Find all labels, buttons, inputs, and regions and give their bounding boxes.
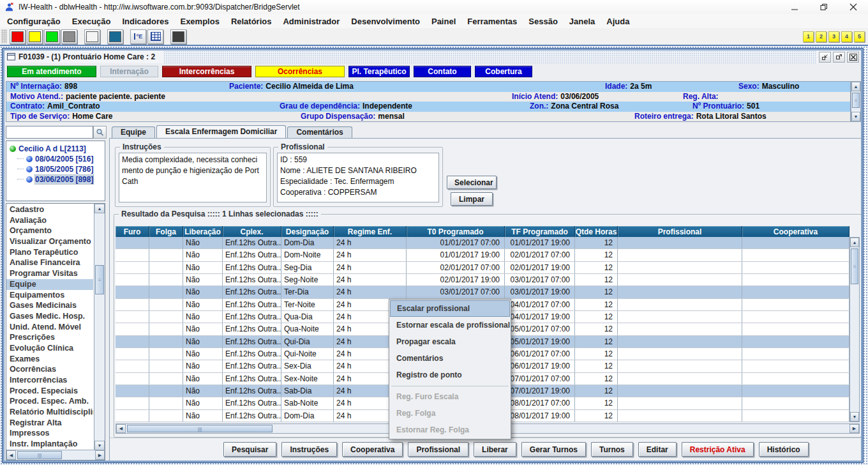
quick-button-1[interactable]: 1 bbox=[803, 31, 814, 42]
column-header-furo[interactable]: Furo bbox=[116, 226, 149, 237]
button-pesquisar[interactable]: Pesquisar bbox=[223, 442, 276, 457]
quick-button-5[interactable]: 5 bbox=[854, 31, 865, 42]
status-internacao[interactable]: Internação bbox=[100, 66, 158, 77]
sidebar-item-unid-atend-movel[interactable]: Unid. Atend. Móvel bbox=[6, 322, 93, 333]
column-header-cplex[interactable]: Cplex. bbox=[223, 226, 281, 237]
window-grid-icon-button[interactable] bbox=[147, 29, 163, 44]
quick-button-2[interactable]: 2 bbox=[816, 31, 827, 42]
menu-indicadores[interactable]: Indicadores bbox=[117, 15, 175, 27]
yellow-square-button[interactable] bbox=[27, 29, 43, 44]
scroll-up-button[interactable]: ▲ bbox=[94, 204, 105, 213]
menu-painel[interactable]: Painel bbox=[426, 15, 461, 27]
column-header-designacao[interactable]: Designação bbox=[281, 226, 334, 237]
menu-ajuda[interactable]: Ajuda bbox=[601, 15, 635, 27]
scroll-left-button[interactable]: ◀ bbox=[116, 424, 126, 433]
context-menu-item-escalar-profissional[interactable]: Escalar profissional bbox=[390, 300, 510, 317]
sidebar-item-proced-especiais[interactable]: Proced. Especiais bbox=[6, 386, 93, 397]
red-square-button[interactable] bbox=[10, 29, 26, 44]
sidebar-item-gases-medicinais[interactable]: Gases Medicinais bbox=[6, 300, 93, 311]
status-cobertura[interactable]: Cobertura bbox=[475, 66, 532, 77]
sidebar-item-proced-espec-amb[interactable]: Proced. Espec. Amb. bbox=[6, 396, 93, 407]
frame-close-button[interactable] bbox=[847, 52, 859, 63]
sidebar-item-relatorio-multidisciplinar[interactable]: Relatório Multidisciplinar bbox=[6, 407, 93, 418]
sidebar-item-visualizar-orcamento[interactable]: Visualizar Orçamento bbox=[6, 236, 93, 247]
status-contato[interactable]: Contato bbox=[414, 66, 471, 77]
context-menu-item-registro-de-ponto[interactable]: Registro de ponto bbox=[390, 367, 510, 383]
sidebar-item-ocorrencias[interactable]: Ocorrências bbox=[6, 364, 93, 375]
scrollbar-thumb[interactable]: ≡ bbox=[851, 248, 858, 284]
context-menu-item-propagar-escala[interactable]: Propagar escala bbox=[390, 333, 510, 350]
sidebar-item-avaliacao[interactable]: Avaliação bbox=[6, 215, 93, 226]
button-liberar[interactable]: Liberar bbox=[474, 442, 516, 457]
sidebar-item-gases-medic-hosp[interactable]: Gases Medic. Hosp. bbox=[6, 311, 93, 322]
tree-root-node[interactable]: Cecilio A d L[2113] bbox=[10, 144, 105, 154]
frame-restore-button[interactable] bbox=[819, 52, 831, 63]
table-row[interactable]: NãoEnf.12hs Outra...Seg-Dia24 h02/01/201… bbox=[116, 262, 849, 274]
minimize-button[interactable] bbox=[780, 0, 809, 14]
button-editar[interactable]: Editar bbox=[638, 442, 677, 457]
professional-text[interactable]: ID : 559Nome : ALIETE DE SANTANA RIBEIRO… bbox=[277, 153, 439, 202]
restore-button[interactable] bbox=[809, 0, 839, 14]
sidebar-item-programar-visitas[interactable]: Programar Visitas bbox=[6, 268, 93, 279]
frame-maximize-button[interactable] bbox=[833, 52, 845, 63]
sidebar-item-instr-implantacao[interactable]: Instr. Implantação bbox=[6, 439, 93, 450]
sidebar-item-plano-terapeutico[interactable]: Plano Terapêutico bbox=[6, 247, 93, 258]
tab-escala-enfermagem-domiciliar[interactable]: Escala Enfermagem Domiciliar bbox=[156, 125, 286, 138]
table-row[interactable]: NãoEnf.12hs Outra...Seg-Noite24 h02/01/2… bbox=[116, 274, 849, 286]
column-header-tf-programado[interactable]: TF Programado bbox=[505, 226, 575, 237]
patient-scrollbar[interactable]: ▲ ≡ ▼ bbox=[851, 81, 861, 122]
tree-node-03-06-2005-898[interactable]: 03/06/2005 [898] bbox=[17, 174, 105, 185]
table-row[interactable]: NãoEnf.12hs Outra...Dom-Dia24 h01/01/201… bbox=[116, 237, 849, 249]
gray-square-button[interactable] bbox=[61, 29, 77, 44]
search-input[interactable] bbox=[6, 126, 93, 139]
status-intercorrencias[interactable]: Intercorrências bbox=[162, 66, 251, 77]
scroll-down-button[interactable]: ▼ bbox=[851, 112, 860, 121]
button-historico[interactable]: Histórico bbox=[759, 442, 809, 457]
button-instrucoes[interactable]: Instruções bbox=[281, 442, 337, 457]
selecionar-button[interactable]: Selecionar bbox=[447, 176, 497, 189]
scrollbar-thumb[interactable]: ||| bbox=[127, 425, 273, 432]
scroll-right-button[interactable]: ▶ bbox=[849, 424, 859, 433]
sidebar-item-equipe[interactable]: Equipe bbox=[6, 279, 93, 290]
close-button[interactable] bbox=[839, 0, 868, 14]
scrollbar-thumb[interactable]: ≡ bbox=[95, 265, 104, 294]
quick-button-3[interactable]: 3 bbox=[828, 31, 839, 42]
limpar-button[interactable]: Limpar bbox=[451, 192, 493, 206]
column-header-regime-enf[interactable]: Regime Enf. bbox=[334, 226, 407, 237]
table-row[interactable]: NãoEnf.12hs Outra...Dom-Noite24 h01/01/2… bbox=[116, 249, 849, 261]
instructions-text[interactable]: Media complexidade, necessita conhecimen… bbox=[119, 153, 267, 202]
toolbar-grip[interactable] bbox=[1, 29, 7, 43]
status-ocorrencias[interactable]: Ocorrências bbox=[255, 66, 345, 77]
menu-janela[interactable]: Janela bbox=[564, 15, 601, 27]
search-button[interactable] bbox=[93, 126, 107, 139]
sidebar-item-equipamentos[interactable]: Equipamentos bbox=[6, 290, 93, 301]
sidebar-item-cadastro[interactable]: Cadastro bbox=[6, 204, 93, 215]
button-gerar-turnos[interactable]: Gerar Turnos bbox=[521, 442, 586, 457]
menu-execucao[interactable]: Execução bbox=[66, 15, 117, 27]
column-header-liberacao[interactable]: Liberação bbox=[183, 226, 223, 237]
menu-exemplos[interactable]: Exemplos bbox=[174, 15, 225, 27]
tree-node-18-05-2005-786[interactable]: 18/05/2005 [786] bbox=[17, 164, 105, 174]
menu-relatorios[interactable]: Relatórios bbox=[225, 15, 278, 27]
column-header-qtde-horas[interactable]: Qtde Horas bbox=[575, 226, 618, 237]
menu-administrador[interactable]: Administrador bbox=[277, 15, 345, 27]
table-vscrollbar[interactable]: ▲ ≡ ▼ bbox=[849, 237, 860, 422]
scroll-left-button[interactable]: ◀ bbox=[6, 450, 16, 460]
menu-configuracao[interactable]: Configuração bbox=[1, 15, 66, 27]
tab-equipe[interactable]: Equipe bbox=[112, 126, 155, 138]
quick-button-4[interactable]: 4 bbox=[841, 31, 852, 42]
scrollbar-thumb[interactable]: ≡ bbox=[852, 93, 860, 108]
teal-square-button[interactable] bbox=[107, 29, 123, 44]
scrollbar-thumb[interactable]: ||| bbox=[17, 451, 62, 459]
button-turnos[interactable]: Turnos bbox=[591, 442, 633, 457]
context-menu-item-estornar-escala-de-profissional[interactable]: Estornar escala de profissional bbox=[390, 317, 510, 333]
status-pl-terapeutico[interactable]: Pl. Terapêutico bbox=[348, 66, 410, 77]
module-list-vscrollbar[interactable]: ▲ ≡ ▼ bbox=[94, 204, 105, 450]
frame-titlebar[interactable]: F01039 - (1) Prontuário Home Care : 2 bbox=[4, 50, 861, 63]
sidebar-item-exames[interactable]: Exames bbox=[6, 354, 93, 365]
button-restricao-ativa[interactable]: Restrição Ativa bbox=[682, 442, 754, 457]
button-cooperativa[interactable]: Cooperativa bbox=[342, 442, 403, 457]
tab-comentarios[interactable]: Comentários bbox=[287, 126, 352, 138]
scroll-right-button[interactable]: ▶ bbox=[95, 450, 105, 460]
menu-desenvolvimento[interactable]: Desenvolvimento bbox=[345, 15, 426, 27]
